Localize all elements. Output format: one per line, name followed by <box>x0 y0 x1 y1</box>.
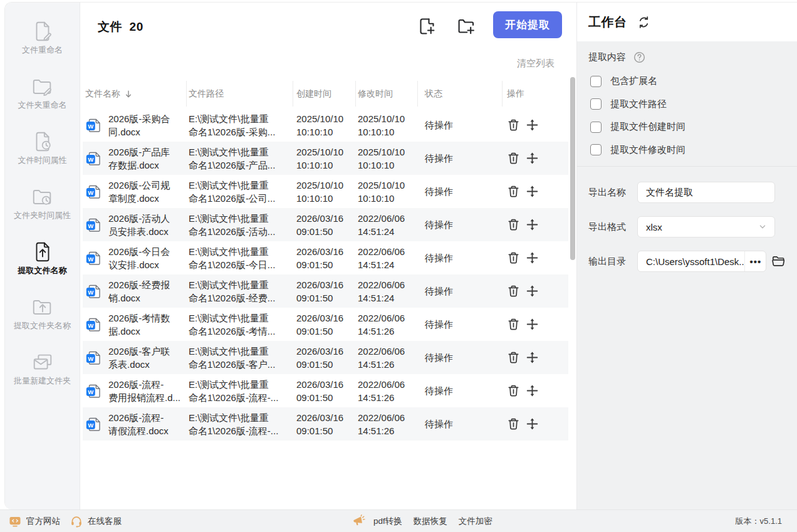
sidebar-item-file-extract[interactable]: 提取文件名称 <box>5 240 80 295</box>
footer-center-link[interactable]: pdf转换 <box>373 516 402 527</box>
column-header-0[interactable]: 文件名称 <box>85 79 186 108</box>
table-row[interactable]: W2026版-活动人 员安排表.docx E:\测试文件\批量重 命名1\202… <box>83 208 568 241</box>
move-icon[interactable] <box>526 218 539 231</box>
delete-icon[interactable] <box>507 417 520 430</box>
open-folder-icon[interactable] <box>771 254 786 269</box>
delete-icon[interactable] <box>507 351 520 364</box>
checkbox-label: 提取文件修改时间 <box>610 144 685 156</box>
move-icon[interactable] <box>526 417 539 430</box>
move-icon[interactable] <box>526 185 539 198</box>
file-path: E:\测试文件\批量重 命名1\2026版-采购... <box>189 108 293 142</box>
checkbox[interactable] <box>590 144 602 155</box>
delete-icon[interactable] <box>507 118 520 132</box>
workbench-panel: 工作台 提取内容 导出名称 文件名提取 导出格式 xlsx 输出目录 <box>576 3 797 509</box>
help-icon[interactable] <box>633 51 645 63</box>
table-row[interactable]: W2026版-流程- 费用报销流程.d... E:\测试文件\批量重 命名1\2… <box>83 374 568 407</box>
checkbox[interactable] <box>590 122 602 133</box>
sidebar-item-folder-time[interactable]: 文件夹时间属性 <box>5 185 80 240</box>
sidebar-item-label: 提取文件夹名称 <box>14 320 71 331</box>
main-area: 文件 20 开始提取 清空列表 文件名称文件路径创建时间修改时间状态操作 W20… <box>80 3 576 509</box>
sidebar-item-file-time[interactable]: 文件时间属性 <box>5 130 80 185</box>
table-row[interactable]: W2026版-公司规 章制度.docx E:\测试文件\批量重 命名1\2026… <box>83 175 568 208</box>
status-label: 待操作 <box>425 241 502 274</box>
footer-link-headset[interactable]: 在线客服 <box>70 515 122 528</box>
checkbox-row-2[interactable]: 提取文件创建时间 <box>590 121 685 133</box>
table-row[interactable]: W2026版-采购合 同.docx E:\测试文件\批量重 命名1\2026版-… <box>83 108 568 142</box>
file-name: 2026版-考情数 据.docx <box>108 311 170 338</box>
delete-icon[interactable] <box>507 152 520 165</box>
table-header: 文件名称文件路径创建时间修改时间状态操作 <box>83 79 568 108</box>
folder-extract-icon <box>31 295 55 319</box>
move-icon[interactable] <box>526 284 539 298</box>
sidebar-item-batch-new-folder[interactable]: 批量新建文件夹 <box>5 350 80 405</box>
file-path: E:\测试文件\批量重 命名1\2026版-考情... <box>189 308 293 341</box>
file-name: 2026版-客户联 系表.docx <box>108 345 170 371</box>
output-dir-input[interactable]: C:\Users\yssoft1\Desk.. ••• <box>637 251 766 272</box>
delete-icon[interactable] <box>507 185 520 198</box>
table-scrollbar[interactable] <box>570 77 575 260</box>
delete-icon[interactable] <box>507 318 520 331</box>
created-time: 2025/10/10 10:10:10 <box>296 108 355 142</box>
column-header-5[interactable]: 操作 <box>507 79 568 108</box>
checkbox-row-0[interactable]: 包含扩展名 <box>590 75 657 87</box>
checkbox-row-1[interactable]: 提取文件路径 <box>590 98 667 110</box>
sidebar-item-folder-extract[interactable]: 提取文件夹名称 <box>5 295 80 350</box>
add-folder-icon[interactable] <box>457 17 476 36</box>
table-row[interactable]: W2026版-今日会 议安排.docx E:\测试文件\批量重 命名1\2026… <box>83 241 568 274</box>
move-icon[interactable] <box>526 251 539 264</box>
file-name: 2026版-采购合 同.docx <box>108 112 170 138</box>
file-name: 2026版-活动人 员安排表.docx <box>108 212 170 238</box>
sidebar-item-folder-rename[interactable]: 文件夹重命名 <box>5 75 80 130</box>
delete-icon[interactable] <box>507 251 520 264</box>
output-dir-row: 输出目录 C:\Users\yssoft1\Desk.. ••• <box>588 251 786 272</box>
refresh-icon[interactable] <box>637 16 650 29</box>
table-row[interactable]: W2026版-产品库 存数据.docx E:\测试文件\批量重 命名1\2026… <box>83 142 568 175</box>
sidebar-item-file-rename[interactable]: 文件重命名 <box>5 19 80 75</box>
workbench-header: 工作台 <box>577 3 797 41</box>
checkbox[interactable] <box>590 98 602 110</box>
export-name-value: 文件名提取 <box>646 187 693 199</box>
word-doc-icon: W <box>85 184 102 200</box>
export-format-label: 导出格式 <box>588 221 637 233</box>
app-window: 文件重命名 文件夹重命名 文件时间属性 文件夹时间属性 提取文件名称 提取文件夹… <box>4 2 797 509</box>
clear-list-button[interactable]: 清空列表 <box>517 58 555 70</box>
column-header-3[interactable]: 修改时间 <box>358 79 417 108</box>
svg-text:W: W <box>88 289 93 296</box>
column-separator <box>186 81 187 107</box>
move-icon[interactable] <box>526 384 539 397</box>
delete-icon[interactable] <box>507 384 520 397</box>
add-file-icon[interactable] <box>417 17 436 36</box>
sidebar-item-label: 批量新建文件夹 <box>14 375 71 386</box>
column-header-4[interactable]: 状态 <box>425 79 502 108</box>
column-header-1[interactable]: 文件路径 <box>189 79 293 108</box>
word-doc-icon: W <box>85 250 102 266</box>
footer-center-link[interactable]: 文件加密 <box>459 516 492 527</box>
delete-icon[interactable] <box>507 284 520 298</box>
status-label: 待操作 <box>425 374 502 407</box>
move-icon[interactable] <box>526 318 539 331</box>
table-row[interactable]: W2026版-客户联 系表.docx E:\测试文件\批量重 命名1\2026版… <box>83 341 568 374</box>
table-row[interactable]: W2026版-考情数 据.docx E:\测试文件\批量重 命名1\2026版-… <box>83 308 568 341</box>
move-icon[interactable] <box>526 118 539 132</box>
start-extract-button[interactable]: 开始提取 <box>493 11 562 38</box>
table-body: W2026版-采购合 同.docx E:\测试文件\批量重 命名1\2026版-… <box>83 108 568 441</box>
move-icon[interactable] <box>526 152 539 165</box>
footer-link-monitor[interactable]: 官方网站 <box>9 515 60 528</box>
status-label: 待操作 <box>425 142 502 175</box>
footer-link-label: 官方网站 <box>26 516 60 527</box>
table-row[interactable]: W2026版-流程- 请假流程.docx E:\测试文件\批量重 命名1\202… <box>83 407 568 441</box>
checkbox[interactable] <box>590 76 602 87</box>
delete-icon[interactable] <box>507 218 520 231</box>
column-header-2[interactable]: 创建时间 <box>296 79 355 108</box>
export-format-select[interactable]: xlsx <box>637 216 775 237</box>
export-name-input[interactable]: 文件名提取 <box>637 182 775 203</box>
browse-button[interactable]: ••• <box>744 251 766 271</box>
file-name: 2026版-流程- 请假流程.docx <box>108 411 169 437</box>
footer-center-link[interactable]: 数据恢复 <box>414 516 447 527</box>
file-name: 2026版-流程- 费用报销流程.d... <box>108 378 180 404</box>
table-row[interactable]: W2026版-经费报 销.docx E:\测试文件\批量重 命名1\2026版-… <box>83 274 568 308</box>
move-icon[interactable] <box>526 351 539 364</box>
panel-divider <box>577 166 797 167</box>
checkbox-row-3[interactable]: 提取文件修改时间 <box>590 144 685 156</box>
checkbox-label: 提取文件创建时间 <box>610 121 685 133</box>
